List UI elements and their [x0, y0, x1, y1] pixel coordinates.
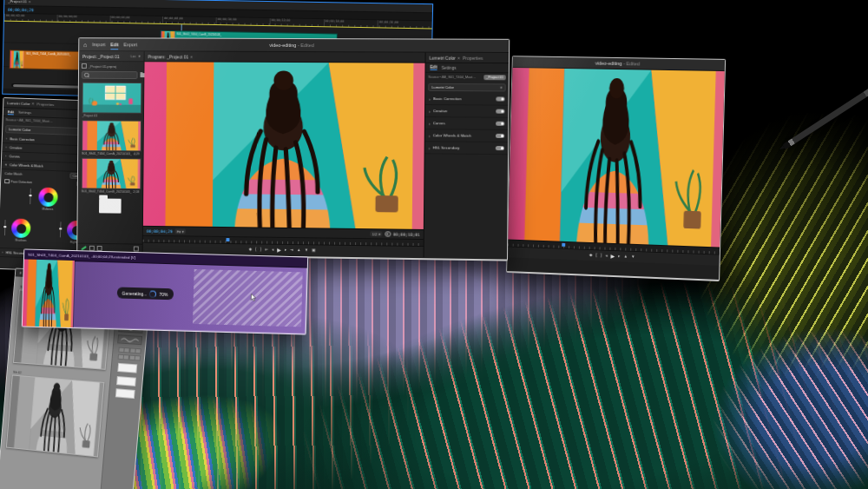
search-input[interactable]: [90, 72, 135, 77]
chevron-right-icon: ›: [5, 145, 7, 149]
section-basic-correction[interactable]: › Basic Correction: [425, 93, 509, 106]
subtab-settings[interactable]: Settings: [442, 65, 457, 69]
highlights-slider[interactable]: [60, 221, 62, 237]
section-toggle[interactable]: [496, 146, 504, 150]
search-box[interactable]: [82, 71, 137, 79]
bin-item-project[interactable]: _Project 01: [82, 83, 140, 118]
step-forward-button[interactable]: ▸: [618, 254, 620, 259]
tab-properties[interactable]: Properties: [36, 102, 54, 107]
play-button[interactable]: ▶: [277, 248, 281, 253]
step-back-button[interactable]: ◂: [272, 248, 273, 252]
tab-program[interactable]: Program: _Project 01 ×: [148, 54, 192, 59]
bin-item-clip1[interactable]: S01_Sh01_T404_CamA_20210103_ 4;29: [82, 120, 140, 155]
program-monitor: Program: _Project 01 × 00;00;04;29 Fit ▾…: [143, 51, 425, 257]
layer-swatch[interactable]: [116, 376, 136, 387]
tool-grid: [117, 347, 140, 360]
generative-extend-clip[interactable]: S01_Sh03_T404_CamA_20210103_ -00;00;04;2…: [22, 248, 308, 334]
brush-preset-5[interactable]: [117, 334, 142, 345]
subtab-edit[interactable]: Edit: [431, 65, 437, 70]
mark-out-button[interactable]: }: [260, 248, 262, 252]
midtones-wheel[interactable]: [38, 187, 58, 207]
bin-thumbnail: [82, 158, 141, 189]
project-location: _Project 01.prproj: [79, 62, 144, 70]
close-icon[interactable]: ×: [29, 0, 31, 3]
mark-in-button[interactable]: {: [255, 248, 257, 252]
face-detection-checkbox[interactable]: Face Detection: [4, 179, 32, 185]
menu-edit[interactable]: Edit: [110, 42, 118, 47]
section-toggle[interactable]: [496, 134, 504, 138]
mark-in-button[interactable]: {: [595, 254, 597, 258]
subtab-edit[interactable]: Edit: [8, 109, 14, 115]
go-to-in-button[interactable]: ⇤: [265, 248, 268, 252]
midtones-label: Midtones: [35, 207, 61, 211]
section-label: HSL Secondary: [432, 145, 492, 150]
section-toggle[interactable]: [496, 96, 504, 101]
floating-clip-label: S01_Sh03_T404_CamA_20210103_ -00;00;04;2…: [28, 253, 135, 260]
midtones-slider[interactable]: [30, 188, 31, 204]
storyboard-frame-2[interactable]: [6, 374, 104, 457]
close-icon[interactable]: ×: [190, 54, 193, 59]
checkbox-icon: [4, 179, 10, 184]
chevron-down-icon: ▾: [500, 85, 502, 89]
preset-dropdown[interactable]: Lumetri Color ▾: [428, 83, 505, 92]
playhead-marker[interactable]: [227, 238, 230, 241]
timecode-current: 00;00;04;29: [147, 228, 173, 233]
cursor-icon: [250, 294, 258, 301]
window-title: video-editing - Edited: [513, 59, 725, 68]
layer-swatch[interactable]: [117, 363, 137, 373]
shadows-slider[interactable]: [4, 220, 6, 235]
tab-project[interactable]: Project: _Project 01: [82, 54, 120, 59]
tab-timeline-label[interactable]: _Project 01: [8, 0, 27, 3]
export-frame-button[interactable]: ▣: [312, 248, 315, 253]
new-item-icon[interactable]: [134, 247, 139, 252]
home-icon[interactable]: ⌂: [83, 42, 87, 48]
play-button[interactable]: ▶: [611, 254, 615, 259]
step-forward-button[interactable]: ▸: [285, 248, 286, 253]
bin-thumbnail: [82, 120, 141, 151]
bin-item-clip2[interactable]: S01_Sh02_T404_CamB_20210103_ 2;18: [82, 158, 140, 194]
chevron-down-icon: ▾: [182, 229, 184, 234]
add-marker-button[interactable]: ◆: [589, 254, 593, 258]
extended-region-hatch: [193, 269, 303, 327]
tab-lumetri[interactable]: Lumetri Color ×: [7, 100, 34, 106]
section-creative[interactable]: › Creative: [425, 105, 509, 118]
section-color-wheels[interactable]: › Color Wheels & Match: [425, 129, 509, 142]
extract-button[interactable]: ▼: [631, 254, 635, 259]
lift-button[interactable]: ▲: [623, 254, 628, 259]
lift-button[interactable]: ▲: [297, 248, 301, 253]
extract-button[interactable]: ▼: [305, 248, 309, 253]
subtab-settings[interactable]: Settings: [18, 110, 31, 116]
ruler-tick: 00;00;04;00: [56, 15, 109, 23]
layer-swatch[interactable]: [115, 388, 135, 399]
bin-search-row: [82, 71, 141, 79]
folder-icon[interactable]: [99, 198, 122, 213]
section-toggle[interactable]: [496, 122, 504, 126]
project-chip-button[interactable]: _Project 01: [483, 75, 506, 80]
bin-thumbnail: [82, 83, 141, 114]
main-titlebar: ⌂ Import Edit Export video-editing - Edi…: [79, 38, 509, 53]
step-back-button[interactable]: ◂: [605, 254, 607, 258]
shadows-wheel[interactable]: [11, 218, 31, 238]
view-mode-label[interactable]: List: [130, 54, 135, 58]
chevron-right-icon: ›: [5, 154, 7, 158]
program-video[interactable]: [508, 68, 725, 248]
close-icon[interactable]: ×: [32, 101, 35, 106]
resolution-dropdown[interactable]: 1/2 ▾: [371, 231, 383, 236]
go-to-out-button[interactable]: ⇥: [290, 248, 293, 253]
fit-dropdown[interactable]: Fit ▾: [175, 228, 186, 234]
section-hsl-secondary[interactable]: › HSL Secondary: [425, 142, 509, 155]
mark-out-button[interactable]: }: [601, 254, 602, 258]
menu-export[interactable]: Export: [123, 42, 137, 47]
close-icon[interactable]: ×: [457, 55, 460, 60]
tab-program-label: Program: _Project 01: [148, 54, 188, 59]
tab-lumetri[interactable]: Lumetri Color ×: [430, 55, 460, 60]
program-video[interactable]: [143, 62, 425, 229]
chevron-down-icon[interactable]: ▾: [138, 54, 140, 58]
menu-import[interactable]: Import: [92, 42, 105, 47]
add-marker-button[interactable]: ◆: [249, 248, 253, 252]
settings-icon[interactable]: [385, 231, 391, 237]
section-toggle[interactable]: [496, 109, 504, 114]
section-curves[interactable]: › Curves: [425, 117, 509, 130]
playhead-marker[interactable]: [562, 243, 565, 247]
tab-properties[interactable]: Properties: [463, 55, 483, 60]
